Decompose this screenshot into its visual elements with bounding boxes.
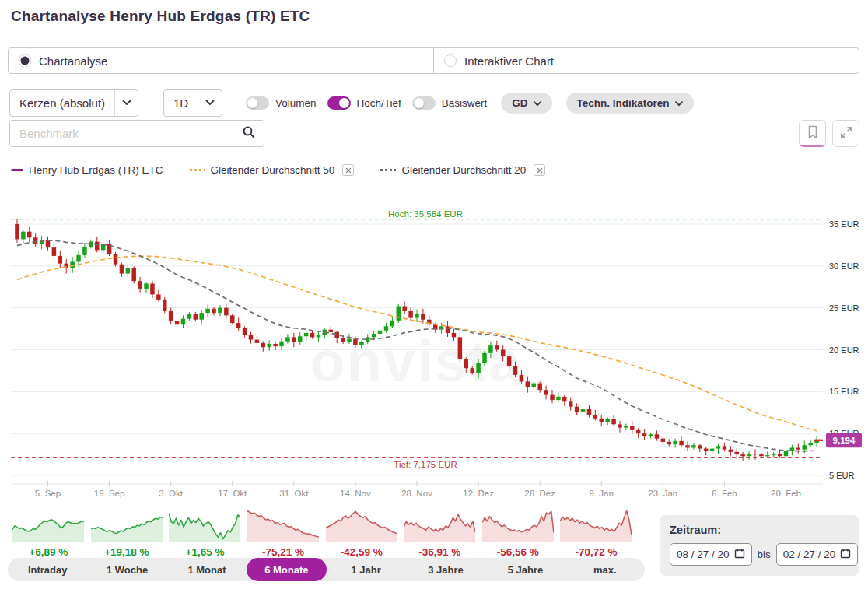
candle: [372, 334, 376, 337]
candle: [655, 434, 660, 438]
chartanalyse-page: Chartanalyse Henry Hub Erdgas (TR) ETC C…: [0, 0, 868, 589]
x-axis-label: 26. Dez: [524, 489, 555, 498]
performance-thumbnail-max-[interactable]: -70,72 %: [557, 507, 635, 558]
sparkline-svg: [247, 507, 319, 544]
performance-percent: -70,72 %: [575, 546, 617, 558]
remove-indicator-button[interactable]: [534, 164, 545, 176]
toggle-basiswert[interactable]: Basiswert: [412, 96, 488, 110]
candle: [611, 419, 616, 424]
chart-type-value: Kerzen (absolut): [10, 96, 114, 110]
legend-item: Gleitender Durchschnitt 20: [380, 164, 545, 176]
candle: [402, 307, 407, 311]
candle: [507, 356, 512, 366]
chevron-down-icon: [198, 90, 222, 116]
date-from-input[interactable]: 08 / 27 / 20: [670, 543, 752, 566]
toggle-pill: [327, 96, 351, 110]
candle: [587, 409, 592, 415]
x-axis-label: 6. Feb: [712, 489, 737, 498]
candle: [470, 368, 474, 373]
chart-type-select[interactable]: Kerzen (absolut): [9, 89, 138, 117]
candle: [710, 449, 715, 451]
dropdown-button-gd[interactable]: GD: [501, 93, 551, 114]
performance-percent: -36,91 %: [418, 546, 460, 558]
candle: [624, 426, 628, 427]
candle: [175, 321, 180, 324]
candle: [292, 337, 296, 342]
legend-label: Gleitender Durchschnitt 20: [401, 164, 526, 176]
performance-percent: -75,21 %: [262, 546, 304, 558]
performance-thumbnail-intraday[interactable]: +6,89 %: [9, 507, 88, 558]
tab-1-monat[interactable]: 1 Monat: [167, 558, 247, 581]
candle: [279, 342, 284, 346]
dropdown-button-techn--indikatoren[interactable]: Techn. Indikatoren: [566, 93, 694, 114]
toggle-group: VolumenHoch/TiefBasiswert: [235, 96, 487, 110]
candle: [636, 430, 641, 433]
legend-item: Henry Hub Erdgas (TR) ETC: [11, 164, 163, 176]
tab-5-jahre[interactable]: 5 Jahre: [485, 558, 565, 581]
candle: [218, 308, 222, 313]
benchmark-input[interactable]: [10, 121, 233, 146]
candle: [378, 331, 383, 334]
candle: [408, 311, 413, 318]
x-axis-label: 28. Nov: [401, 489, 432, 498]
candle: [194, 314, 198, 320]
legend-label: Gleitender Durchschnitt 50: [211, 164, 335, 176]
performance-percent: -42,59 %: [341, 546, 383, 558]
view-option-selected[interactable]: Chartanalyse: [8, 47, 434, 74]
search-button[interactable]: [233, 121, 264, 146]
toggle-knob: [414, 98, 424, 108]
interval-select[interactable]: 1D: [163, 89, 222, 117]
candle: [261, 343, 266, 347]
bookmark-button[interactable]: [799, 120, 826, 147]
candle: [390, 321, 395, 327]
toggle-volumen[interactable]: Volumen: [246, 96, 317, 110]
candle: [704, 449, 709, 451]
toggle-hoch-tief[interactable]: Hoch/Tief: [327, 96, 401, 110]
candle: [329, 330, 334, 332]
candle: [605, 419, 610, 422]
candle: [347, 339, 352, 342]
candlestick-chart[interactable]: 35 EUR30 EUR25 EUR20 EUR15 EUR10 EUR5 EU…: [0, 209, 868, 503]
tab-max-[interactable]: max.: [565, 558, 645, 581]
y-axis-label: 20 EUR: [829, 345, 859, 355]
performance-thumbnail-6-monate[interactable]: -75,21 %: [244, 507, 323, 558]
performance-thumbnail-5-jahre[interactable]: -56,56 %: [479, 507, 558, 558]
candle: [513, 366, 518, 375]
view-option-option1[interactable]: Interaktiver Chart: [433, 47, 859, 74]
tab-1-woche[interactable]: 1 Woche: [87, 558, 166, 581]
performance-thumbnail-3-jahre[interactable]: -36,91 %: [401, 507, 479, 558]
tab-1-jahr[interactable]: 1 Jahr: [327, 558, 406, 581]
performance-thumbnail-1-woche[interactable]: +19,18 %: [88, 507, 166, 558]
fullscreen-button[interactable]: [832, 120, 859, 147]
calendar-icon: [734, 548, 745, 561]
candle: [285, 337, 290, 341]
remove-indicator-button[interactable]: [342, 164, 354, 176]
candle: [476, 363, 481, 373]
performance-thumbnail-1-jahr[interactable]: -42,59 %: [322, 507, 401, 558]
candle: [224, 308, 229, 316]
tab-3-jahre[interactable]: 3 Jahre: [406, 558, 485, 581]
toggle-knob: [339, 98, 349, 108]
candle: [452, 333, 457, 337]
candle: [156, 294, 161, 299]
toggle-label: Hoch/Tief: [357, 97, 401, 109]
candle: [52, 247, 57, 256]
tab-intraday[interactable]: Intraday: [8, 558, 87, 581]
candle: [82, 247, 87, 255]
candle: [95, 242, 100, 251]
candle: [600, 419, 604, 422]
benchmark-search: [9, 120, 264, 147]
performance-thumbnail-1-monat[interactable]: +1,65 %: [166, 507, 244, 558]
tab-6-monate[interactable]: 6 Monate: [247, 558, 326, 581]
toggle-label: Basiswert: [442, 97, 488, 109]
candle: [458, 337, 463, 359]
candle: [544, 390, 548, 394]
date-to-input[interactable]: 02 / 27 / 20: [776, 543, 859, 566]
candle: [537, 384, 542, 391]
candle: [255, 340, 260, 343]
candle: [501, 350, 506, 357]
chevron-down-icon: [534, 97, 541, 109]
dropdown-button-label: GD: [512, 97, 527, 109]
y-axis-label: 30 EUR: [829, 261, 859, 271]
candle: [421, 314, 425, 320]
